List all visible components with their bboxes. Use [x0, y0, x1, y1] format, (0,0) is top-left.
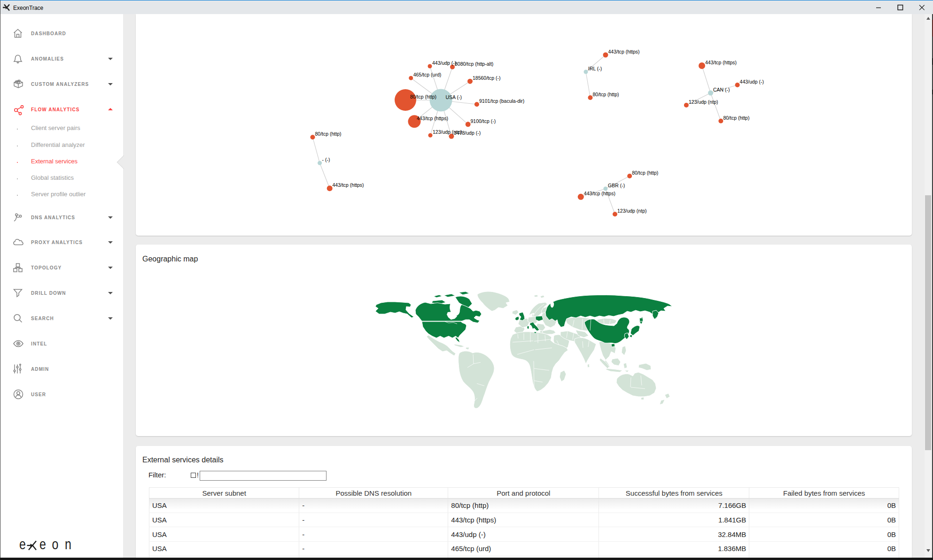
svg-text:123/udp (ntp): 123/udp (ntp): [689, 99, 718, 105]
svg-text:80/tcp (http): 80/tcp (http): [315, 131, 342, 137]
svg-text:80/tcp (http): 80/tcp (http): [593, 92, 619, 97]
svg-text:443/tcp (https): 443/tcp (https): [608, 49, 640, 54]
svg-text:9100/tcp (-): 9100/tcp (-): [471, 118, 496, 124]
svg-text:n: n: [65, 539, 71, 552]
svg-text:80/tcp (http): 80/tcp (http): [410, 94, 436, 100]
svg-text:443/udp (-): 443/udp (-): [740, 79, 764, 84]
svg-text:443/tcp (https): 443/tcp (https): [705, 60, 737, 65]
svg-text:e: e: [19, 539, 26, 552]
svg-text:443/tcp (https): 443/tcp (https): [417, 115, 448, 121]
svg-text:443/tcp (https): 443/tcp (https): [333, 182, 364, 188]
svg-text:465/tcp (urd): 465/tcp (urd): [413, 72, 442, 77]
svg-text:IRL (-): IRL (-): [588, 66, 602, 71]
svg-text:18560/tcp (-): 18560/tcp (-): [473, 75, 501, 81]
svg-text:o: o: [52, 539, 59, 552]
svg-text:USA (-): USA (-): [446, 94, 462, 100]
svg-text:123/udp (ntp): 123/udp (ntp): [433, 129, 462, 135]
svg-text:443/udp (-): 443/udp (-): [432, 60, 456, 66]
svg-text:80/tcp (http): 80/tcp (http): [723, 115, 749, 121]
svg-text:8080/tcp (http-alt): 8080/tcp (http-alt): [455, 61, 493, 67]
svg-text:123/udp (ntp): 123/udp (ntp): [617, 208, 646, 214]
svg-text:80/tcp (http): 80/tcp (http): [632, 170, 658, 176]
svg-text:CAN (-): CAN (-): [713, 87, 730, 92]
svg-text:e: e: [39, 539, 46, 552]
svg-text:- (-): - (-): [322, 157, 330, 162]
svg-text:443/tcp (https): 443/tcp (https): [584, 191, 615, 196]
svg-text:9101/tcp (bacula-dir): 9101/tcp (bacula-dir): [479, 98, 524, 104]
svg-text:GBR (-): GBR (-): [608, 183, 625, 188]
